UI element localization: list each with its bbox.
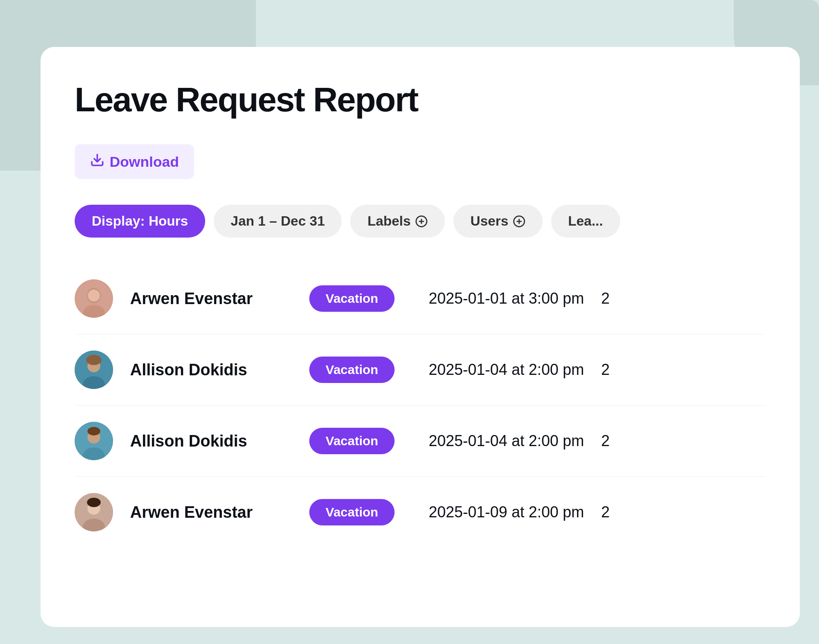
leave-date: 2025-01-04 at 2:00 pm <box>429 361 584 379</box>
avatar <box>75 351 113 389</box>
avatar <box>75 422 113 460</box>
leave-request-list: Arwen Evenstar Vacation 2025-01-01 at 3:… <box>75 263 766 548</box>
leave-date: 2025-01-04 at 2:00 pm <box>429 432 584 450</box>
filter-bar: Display: Hours Jan 1 – Dec 31 Labels Use… <box>75 205 766 238</box>
filter-leave-types-label: Lea... <box>568 213 603 229</box>
filter-leave-types[interactable]: Lea... <box>551 205 620 238</box>
leave-badge: Vacation <box>309 357 395 383</box>
avatar <box>75 279 113 318</box>
filter-users[interactable]: Users <box>453 205 543 238</box>
leave-badge: Vacation <box>309 499 395 525</box>
filter-display-hours[interactable]: Display: Hours <box>75 205 205 238</box>
svg-point-18 <box>87 427 100 435</box>
svg-point-14 <box>86 355 102 365</box>
filter-display-hours-label: Display: Hours <box>92 213 188 229</box>
list-item: Arwen Evenstar Vacation 2025-01-09 at 2:… <box>75 477 766 548</box>
list-item: Arwen Evenstar Vacation 2025-01-01 at 3:… <box>75 263 766 334</box>
user-name: Arwen Evenstar <box>130 290 292 308</box>
avatar <box>75 493 113 531</box>
plus-circle-icon-2 <box>513 215 526 228</box>
leave-date: 2025-01-09 at 2:00 pm <box>429 503 584 521</box>
extra-info: 2 <box>601 432 610 450</box>
svg-point-10 <box>88 290 100 302</box>
svg-point-22 <box>87 498 101 507</box>
download-button[interactable]: Download <box>75 144 194 179</box>
download-label: Download <box>110 154 179 170</box>
extra-info: 2 <box>601 290 610 307</box>
user-name: Allison Dokidis <box>130 361 292 379</box>
leave-badge: Vacation <box>309 428 395 454</box>
extra-info: 2 <box>601 503 610 521</box>
main-card: Leave Request Report Download Display: H… <box>41 47 800 627</box>
user-name: Arwen Evenstar <box>130 503 292 522</box>
download-icon <box>90 153 105 171</box>
filter-labels[interactable]: Labels <box>350 205 444 238</box>
extra-info: 2 <box>601 361 610 379</box>
list-item: Allison Dokidis Vacation 2025-01-04 at 2… <box>75 334 766 406</box>
user-name: Allison Dokidis <box>130 432 292 450</box>
leave-badge: Vacation <box>309 285 395 312</box>
list-item: Allison Dokidis Vacation 2025-01-04 at 2… <box>75 406 766 477</box>
filter-date-range-label: Jan 1 – Dec 31 <box>231 213 325 229</box>
page-title: Leave Request Report <box>75 81 766 119</box>
filter-users-label: Users <box>470 213 508 229</box>
filter-labels-label: Labels <box>367 213 410 229</box>
leave-date: 2025-01-01 at 3:00 pm <box>429 290 584 307</box>
filter-date-range[interactable]: Jan 1 – Dec 31 <box>214 205 342 238</box>
plus-circle-icon <box>415 215 428 228</box>
